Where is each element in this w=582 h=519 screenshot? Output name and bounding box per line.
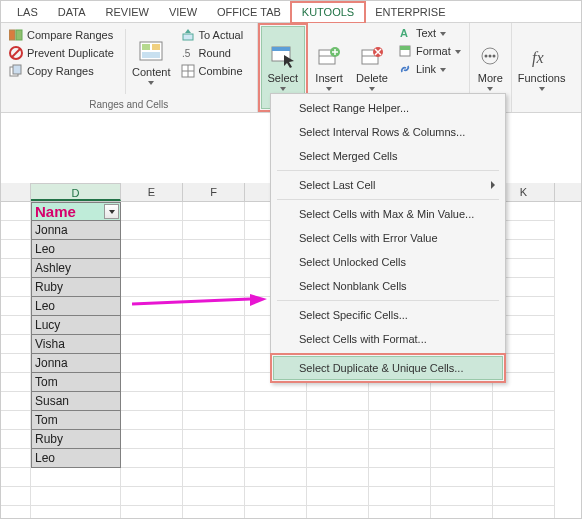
table-row[interactable]: Tom <box>31 411 121 430</box>
functions-label: Functions <box>518 72 566 84</box>
svg-rect-8 <box>152 44 160 50</box>
group-ranges-cells: Compare Ranges Prevent Duplicate Copy Ra… <box>1 23 258 112</box>
menu-select-max-min[interactable]: Select Cells with Max & Min Value... <box>273 202 503 226</box>
tab-kutools[interactable]: KUTOOLS <box>291 2 365 23</box>
menu-select-unlocked[interactable]: Select Unlocked Cells <box>273 250 503 274</box>
submenu-arrow-icon <box>491 181 495 189</box>
compare-ranges-label: Compare Ranges <box>27 29 113 41</box>
svg-line-3 <box>12 49 20 57</box>
ribbon-tabs: LAS DATA REVIEW VIEW OFFICE TAB KUTOOLS … <box>1 1 581 23</box>
prevent-duplicate-label: Prevent Duplicate <box>27 47 114 59</box>
menu-select-duplicate-unique[interactable]: Select Duplicate & Unique Cells... <box>273 356 503 380</box>
col-header-f[interactable]: F <box>183 183 245 201</box>
svg-text:.5: .5 <box>182 48 191 59</box>
table-row[interactable]: Leo <box>31 240 121 259</box>
tab-view[interactable]: VIEW <box>159 3 207 22</box>
col-header-d[interactable]: D <box>31 183 121 201</box>
chevron-down-icon <box>148 81 154 85</box>
content-label: Content <box>132 66 171 78</box>
tab-enterprise[interactable]: ENTERPRISE <box>365 3 455 22</box>
table-header-name[interactable]: Name <box>31 202 121 221</box>
col-header-stub <box>1 183 31 201</box>
table-row[interactable]: Leo <box>31 297 121 316</box>
svg-rect-10 <box>183 34 193 40</box>
chevron-down-icon <box>369 87 375 91</box>
table-row[interactable]: Leo <box>31 449 121 468</box>
prevent-duplicate-icon <box>9 46 23 60</box>
delete-icon <box>358 44 386 70</box>
content-button[interactable]: Content <box>126 25 177 98</box>
table-row[interactable]: Jonna <box>31 221 121 240</box>
copy-ranges-button[interactable]: Copy Ranges <box>7 63 123 79</box>
menu-select-with-format[interactable]: Select Cells with Format... <box>273 327 503 351</box>
round-label: Round <box>199 47 231 59</box>
menu-select-merged-cells[interactable]: Select Merged Cells <box>273 144 503 168</box>
delete-label: Delete <box>356 72 388 84</box>
svg-rect-1 <box>16 30 22 40</box>
functions-button[interactable]: fx Functions <box>512 23 572 112</box>
table-row[interactable]: Jonna <box>31 354 121 373</box>
round-icon: .5 <box>181 46 195 60</box>
copy-ranges-label: Copy Ranges <box>27 65 94 77</box>
table-row[interactable]: Visha <box>31 335 121 354</box>
select-dropdown-menu: Select Range Helper... Select Interval R… <box>270 93 506 383</box>
link-icon <box>398 62 412 76</box>
svg-point-29 <box>493 55 496 58</box>
tab-data[interactable]: DATA <box>48 3 96 22</box>
format-label: Format <box>416 45 451 57</box>
annotation-arrow <box>132 294 267 314</box>
svg-marker-32 <box>250 294 267 306</box>
tab-office-tab[interactable]: OFFICE TAB <box>207 3 291 22</box>
chevron-down-icon <box>326 87 332 91</box>
to-actual-label: To Actual <box>199 29 244 41</box>
table-row[interactable]: Ruby <box>31 278 121 297</box>
menu-select-nonblank[interactable]: Select Nonblank Cells <box>273 274 503 298</box>
svg-rect-0 <box>9 30 15 40</box>
col-header-e[interactable]: E <box>121 183 183 201</box>
table-row[interactable]: Ashley <box>31 259 121 278</box>
prevent-duplicate-button[interactable]: Prevent Duplicate <box>7 45 123 61</box>
select-label: Select <box>268 72 299 84</box>
table-row[interactable]: Ruby <box>31 430 121 449</box>
menu-separator <box>277 353 499 354</box>
menu-separator <box>277 199 499 200</box>
insert-icon <box>315 44 343 70</box>
menu-select-range-helper[interactable]: Select Range Helper... <box>273 96 503 120</box>
svg-rect-9 <box>142 52 160 58</box>
text-label: Text <box>416 27 436 39</box>
more-icon <box>476 44 504 70</box>
to-actual-button[interactable]: To Actual <box>179 27 251 43</box>
compare-ranges-button[interactable]: Compare Ranges <box>7 27 123 43</box>
combine-icon <box>181 64 195 78</box>
table-row[interactable]: Lucy <box>31 316 121 335</box>
chevron-down-icon <box>280 87 286 91</box>
select-icon <box>269 44 297 70</box>
svg-line-31 <box>132 299 250 304</box>
table-row[interactable]: Tom <box>31 373 121 392</box>
insert-label: Insert <box>315 72 343 84</box>
svg-rect-25 <box>400 46 410 50</box>
chevron-down-icon <box>539 87 545 91</box>
menu-select-specific[interactable]: Select Specific Cells... <box>273 303 503 327</box>
chevron-down-icon <box>440 32 446 36</box>
svg-text:fx: fx <box>532 49 544 67</box>
tab-las[interactable]: LAS <box>7 3 48 22</box>
table-row[interactable]: Susan <box>31 392 121 411</box>
text-button[interactable]: A Text <box>396 25 463 41</box>
row-stub <box>1 202 31 221</box>
menu-separator <box>277 170 499 171</box>
menu-select-last-cell[interactable]: Select Last Cell <box>273 173 503 197</box>
menu-select-interval-rows-columns[interactable]: Select Interval Rows & Columns... <box>273 120 503 144</box>
filter-button[interactable] <box>104 204 119 219</box>
link-button[interactable]: Link <box>396 61 463 77</box>
combine-button[interactable]: Combine <box>179 63 251 79</box>
menu-select-error-value[interactable]: Select Cells with Error Value <box>273 226 503 250</box>
tab-review[interactable]: REVIEW <box>96 3 159 22</box>
compare-ranges-icon <box>9 28 23 42</box>
svg-text:A: A <box>400 27 408 39</box>
round-button[interactable]: .5 Round <box>179 45 251 61</box>
more-label: More <box>478 72 503 84</box>
svg-point-28 <box>489 55 492 58</box>
format-button[interactable]: Format <box>396 43 463 59</box>
text-icon: A <box>398 26 412 40</box>
